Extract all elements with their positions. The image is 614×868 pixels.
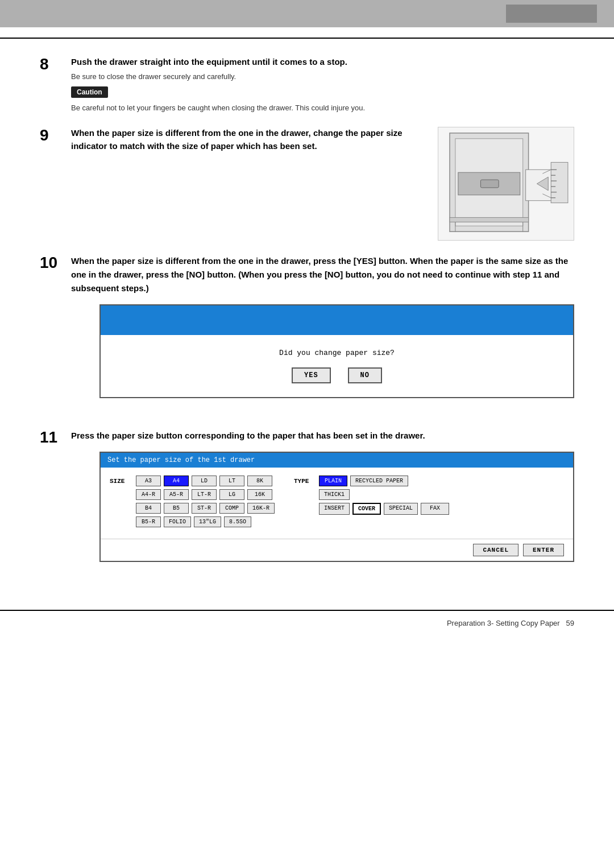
size-btn-16K[interactable]: 16K xyxy=(247,489,272,500)
step-10-title: When the paper size is different from th… xyxy=(71,254,574,295)
step-9-title: When the paper size is different from th… xyxy=(71,127,424,152)
step-11-body: Press the paper size button correspondin… xyxy=(71,429,574,562)
type-btn-PLAIN[interactable]: PLAIN xyxy=(319,476,347,486)
type-btn-INSERT[interactable]: INSERT xyxy=(319,503,350,515)
step-10-number: 10 xyxy=(40,254,71,272)
cancel-button[interactable]: CANCEL xyxy=(473,544,518,556)
size-row-3: B4 B5 ST-R COMP 16K-R xyxy=(136,503,275,514)
size-buttons: A3 A4 LD LT 8K A4-R A5-R LT-R xyxy=(136,476,275,527)
step-9-number: 9 xyxy=(40,127,71,144)
step-8-number: 8 xyxy=(40,56,71,73)
main-content: 8 Push the drawer straight into the equi… xyxy=(0,39,614,593)
type-btn-FAX[interactable]: FAX xyxy=(421,503,449,515)
paper-panel-header: Set the paper size of the 1st drawer xyxy=(101,453,573,468)
step-9-illustration xyxy=(438,127,574,241)
size-btn-8K[interactable]: 8K xyxy=(247,476,272,486)
type-row-2: THICK1 xyxy=(319,489,449,500)
caution-label: Caution xyxy=(71,86,108,98)
svg-rect-8 xyxy=(551,162,568,202)
type-row-1: PLAIN RECYCLED PAPER xyxy=(319,476,449,486)
type-buttons: PLAIN RECYCLED PAPER THICK1 INSERT COVER xyxy=(319,476,449,515)
type-btn-COVER[interactable]: COVER xyxy=(352,503,381,515)
size-btn-13LG[interactable]: 13"LG xyxy=(194,516,221,527)
type-btn-SPECIAL[interactable]: SPECIAL xyxy=(384,503,418,515)
dialog-question: Did you change paper size? xyxy=(112,349,562,357)
enter-button[interactable]: ENTER xyxy=(523,544,564,556)
size-btn-COMP[interactable]: COMP xyxy=(219,503,244,514)
type-btn-THICK1[interactable]: THICK1 xyxy=(319,489,350,500)
size-btn-LD[interactable]: LD xyxy=(192,476,217,486)
size-row-1: A3 A4 LD LT 8K xyxy=(136,476,275,486)
size-btn-B4[interactable]: B4 xyxy=(136,503,161,514)
dialog-header xyxy=(101,305,573,335)
step-8: 8 Push the drawer straight into the equi… xyxy=(40,56,574,113)
svg-rect-15 xyxy=(450,217,529,222)
size-btn-B5R[interactable]: B5-R xyxy=(136,516,161,527)
size-btn-A4R[interactable]: A4-R xyxy=(136,489,161,500)
no-button[interactable]: NO xyxy=(348,367,382,383)
page-footer: Preparation 3- Setting Copy Paper 59 xyxy=(0,611,614,635)
size-btn-FOLIO[interactable]: FOLIO xyxy=(164,516,191,527)
step-8-caution-text: Be careful not to let your fingers be ca… xyxy=(71,102,574,114)
step-9: 9 When the paper size is different from … xyxy=(40,127,574,241)
step-11: 11 Press the paper size button correspon… xyxy=(40,429,574,562)
size-btn-B5[interactable]: B5 xyxy=(164,503,189,514)
size-btn-16KR[interactable]: 16K-R xyxy=(247,503,275,514)
step-10-dialog: Did you change paper size? YES NO xyxy=(99,304,574,398)
step-10: 10 When the paper size is different from… xyxy=(40,254,574,415)
top-bar xyxy=(0,0,614,27)
size-label: SIZE xyxy=(110,476,130,485)
step-9-text: When the paper size is different from th… xyxy=(71,127,424,156)
size-btn-A3[interactable]: A3 xyxy=(136,476,161,486)
paper-panel-main-row: SIZE A3 A4 LD LT 8K A4-R xyxy=(110,476,564,527)
size-row-4: B5-R FOLIO 13"LG 8.5SO xyxy=(136,516,275,527)
step-9-inner: When the paper size is different from th… xyxy=(71,127,574,241)
dialog-body: Did you change paper size? YES NO xyxy=(101,335,573,397)
size-btn-8SSO[interactable]: 8.5SO xyxy=(224,516,251,527)
yes-button[interactable]: YES xyxy=(292,367,331,383)
size-btn-LT[interactable]: LT xyxy=(219,476,244,486)
size-row-2: A4-R A5-R LT-R LG 16K xyxy=(136,489,275,500)
footer-text: Preparation 3- Setting Copy Paper xyxy=(447,619,560,627)
type-btn-RECYCLED[interactable]: RECYCLED PAPER xyxy=(350,476,408,486)
size-btn-A5R[interactable]: A5-R xyxy=(164,489,189,500)
step-9-svg xyxy=(438,127,574,240)
paper-panel-body: SIZE A3 A4 LD LT 8K A4-R xyxy=(101,468,573,539)
page-container: 8 Push the drawer straight into the equi… xyxy=(0,0,614,868)
size-btn-LG[interactable]: LG xyxy=(219,489,244,500)
size-btn-LTR[interactable]: LT-R xyxy=(192,489,217,500)
step-8-subtext: Be sure to close the drawer securely and… xyxy=(71,72,574,81)
svg-rect-3 xyxy=(480,180,499,188)
dialog-buttons: YES NO xyxy=(112,367,562,383)
size-btn-A4[interactable]: A4 xyxy=(164,476,189,486)
step-8-body: Push the drawer straight into the equipm… xyxy=(71,56,574,113)
step-8-title: Push the drawer straight into the equipm… xyxy=(71,56,574,69)
size-btn-STR[interactable]: ST-R xyxy=(192,503,217,514)
type-row-3: INSERT COVER SPECIAL FAX xyxy=(319,503,449,515)
step-11-number: 11 xyxy=(40,429,71,447)
step-9-body: When the paper size is different from th… xyxy=(71,127,574,241)
paper-panel-footer: CANCEL ENTER xyxy=(101,539,573,561)
top-bar-decoration xyxy=(506,5,597,23)
paper-size-panel: Set the paper size of the 1st drawer SIZ… xyxy=(99,452,574,562)
step-10-body: When the paper size is different from th… xyxy=(71,254,574,415)
step-11-title: Press the paper size button correspondin… xyxy=(71,429,574,443)
type-label: TYPE xyxy=(294,476,314,485)
page-number: 59 xyxy=(566,619,574,627)
